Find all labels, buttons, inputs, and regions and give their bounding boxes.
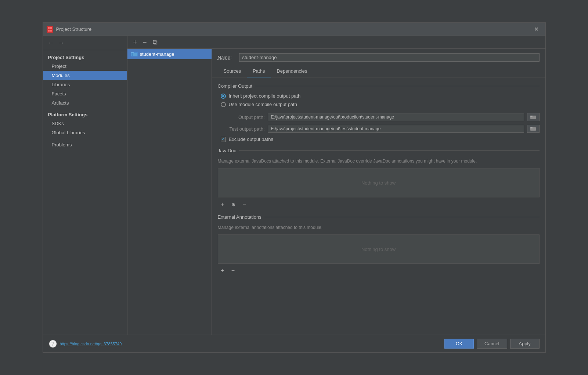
svg-rect-1: [50, 27, 52, 29]
external-annotations-section-title: External Annotations: [218, 214, 540, 220]
javadoc-section-title: JavaDoc: [218, 148, 540, 153]
output-path-label: Output path:: [221, 114, 265, 120]
dialog-title: Project Structure: [56, 26, 531, 32]
sidebar: ← → Project Settings Project Modules Lib…: [43, 36, 127, 335]
cancel-button[interactable]: Cancel: [477, 339, 507, 349]
module-list-item[interactable]: student-manage: [127, 49, 212, 59]
exclude-checkbox-row: Exclude output paths: [221, 136, 540, 142]
test-folder-browse-icon: [530, 126, 536, 131]
forward-button[interactable]: →: [57, 39, 66, 47]
back-button[interactable]: ←: [47, 39, 55, 47]
tab-dependencies[interactable]: Dependencies: [271, 65, 313, 77]
sidebar-item-global-libraries[interactable]: Global Libraries: [43, 128, 127, 137]
javadoc-toolbar: + ⊕ −: [218, 200, 540, 208]
test-output-browse-button[interactable]: [527, 125, 540, 133]
modules-label: Modules: [52, 73, 70, 78]
ok-button[interactable]: OK: [444, 339, 474, 349]
libraries-label: Libraries: [52, 82, 70, 87]
external-annotations-remove-button[interactable]: −: [228, 267, 238, 275]
javadoc-add-alt-button[interactable]: ⊕: [228, 200, 238, 208]
project-settings-label: Project Settings: [43, 52, 127, 62]
app-icon: [47, 26, 53, 33]
svg-rect-2: [48, 30, 50, 32]
external-annotations-section: External Annotations Manage external ann…: [218, 214, 540, 275]
sidebar-nav: Project Settings Project Modules Librari…: [43, 50, 127, 335]
module-item-name: student-manage: [140, 51, 174, 57]
radio-group: Inherit project compile output path Use …: [221, 93, 540, 107]
javadoc-remove-button[interactable]: −: [240, 200, 249, 208]
external-annotations-empty-area: Nothing to show: [218, 234, 540, 264]
use-module-label: Use module compile output path: [229, 102, 297, 107]
main-split: student-manage Name: Sources: [127, 49, 545, 335]
svg-rect-11: [530, 127, 533, 128]
sidebar-item-libraries[interactable]: Libraries: [43, 80, 127, 89]
svg-rect-9: [530, 116, 533, 117]
javadoc-section: JavaDoc Manage external JavaDocs attache…: [218, 148, 540, 208]
main-panel: + − ⧉ student-manage: [127, 36, 545, 335]
add-module-button[interactable]: +: [131, 38, 140, 46]
compiler-output-section: Compiler Output: [218, 83, 540, 89]
detail-content: Compiler Output Inherit project compile …: [212, 77, 545, 335]
external-annotations-toolbar: + −: [218, 267, 540, 275]
sidebar-item-facets[interactable]: Facets: [43, 89, 127, 98]
problems-label: Problems: [52, 142, 72, 148]
use-module-radio[interactable]: [221, 102, 226, 107]
output-path-input[interactable]: [268, 113, 524, 121]
exclude-label: Exclude output paths: [229, 136, 273, 142]
javadoc-add-alt-icon: ⊕: [231, 202, 235, 207]
module-toolbar: + − ⧉: [127, 36, 545, 49]
facets-label: Facets: [52, 91, 66, 97]
external-annotations-description: Manage external annotations attached to …: [218, 224, 540, 231]
tab-sources[interactable]: Sources: [218, 65, 247, 77]
name-label: Name:: [218, 55, 236, 60]
javadoc-empty-area: Nothing to show: [218, 168, 540, 197]
sidebar-item-artifacts[interactable]: Artifacts: [43, 98, 127, 108]
name-row: Name:: [212, 49, 545, 65]
svg-rect-7: [132, 53, 133, 56]
detail-panel: Name: Sources Paths Dependencies: [212, 49, 545, 335]
sdks-label: SDKs: [52, 121, 64, 126]
module-folder-icon: [131, 51, 138, 57]
nav-arrows: ← →: [43, 36, 127, 50]
inherit-radio[interactable]: [221, 94, 226, 99]
title-bar: Project Structure ✕: [43, 23, 545, 36]
test-output-path-row: Test output path:: [221, 125, 540, 133]
javadoc-add-button[interactable]: +: [218, 200, 227, 208]
dialog-content: ← → Project Settings Project Modules Lib…: [43, 36, 545, 335]
platform-settings-label: Platform Settings: [43, 108, 127, 119]
sidebar-item-project[interactable]: Project: [43, 62, 127, 71]
exclude-checkbox[interactable]: [221, 137, 226, 142]
artifacts-label: Artifacts: [52, 100, 69, 106]
close-button[interactable]: ✕: [531, 24, 542, 34]
help-button[interactable]: ?: [49, 340, 57, 348]
copy-module-button[interactable]: ⧉: [151, 38, 160, 46]
inherit-option[interactable]: Inherit project compile output path: [221, 93, 540, 99]
global-libraries-label: Global Libraries: [52, 130, 85, 135]
svg-rect-3: [50, 30, 52, 32]
external-annotations-add-button[interactable]: +: [218, 267, 227, 275]
footer: ? https://blog.csdn.net/qq_37855749 OK C…: [43, 335, 545, 352]
use-module-option[interactable]: Use module compile output path: [221, 102, 540, 107]
project-label: Project: [52, 63, 66, 69]
svg-rect-0: [48, 27, 50, 29]
test-output-label: Test output path:: [221, 126, 265, 132]
sidebar-item-sdks[interactable]: SDKs: [43, 119, 127, 128]
external-annotations-empty-label: Nothing to show: [361, 247, 396, 252]
folder-browse-icon: [530, 114, 536, 119]
module-list: student-manage: [127, 49, 212, 335]
inherit-label: Inherit project compile output path: [229, 93, 301, 99]
name-input[interactable]: [239, 53, 540, 62]
project-structure-dialog: Project Structure ✕ ← → Project Settings…: [43, 22, 546, 353]
javadoc-description: Manage external JavaDocs attached to thi…: [218, 158, 540, 164]
remove-module-button[interactable]: −: [141, 38, 149, 46]
sidebar-item-problems[interactable]: Problems: [43, 140, 127, 149]
tabs-bar: Sources Paths Dependencies: [212, 65, 545, 77]
apply-button[interactable]: Apply: [510, 339, 540, 349]
footer-link[interactable]: https://blog.csdn.net/qq_37855749: [60, 342, 122, 346]
output-path-browse-button[interactable]: [527, 113, 540, 121]
javadoc-empty-label: Nothing to show: [361, 180, 396, 186]
output-path-row: Output path:: [221, 113, 540, 121]
tab-paths[interactable]: Paths: [247, 65, 271, 77]
test-output-input[interactable]: [268, 125, 524, 133]
sidebar-item-modules[interactable]: Modules: [43, 71, 127, 80]
